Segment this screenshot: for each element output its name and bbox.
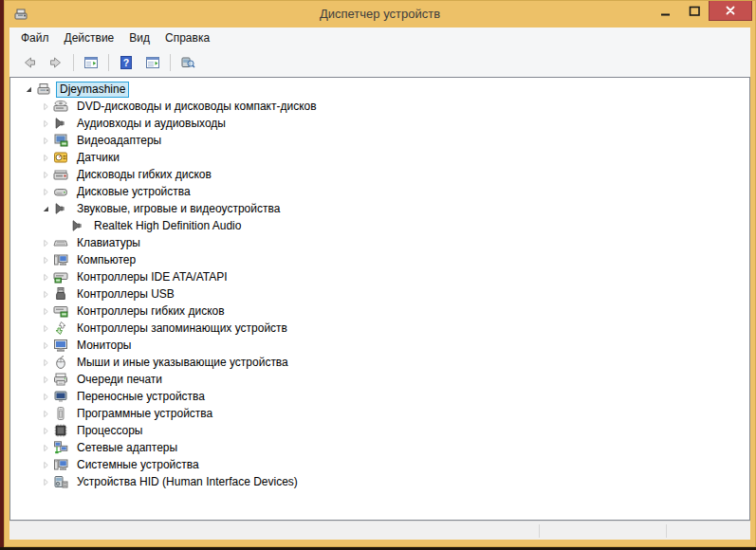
- expander-expanded-icon[interactable]: [22, 82, 35, 96]
- expander-collapsed-icon[interactable]: [39, 373, 52, 386]
- tree-item[interactable]: Контроллеры IDE ATA/ATAPI: [10, 268, 749, 285]
- expander-collapsed-icon[interactable]: [39, 390, 52, 403]
- tree-item-label: Устройства HID (Human Interface Devices): [73, 474, 302, 490]
- tree-item[interactable]: Дисководы гибких дисков: [10, 166, 749, 183]
- tree-item-label: Контроллеры запоминающих устройств: [73, 321, 291, 337]
- window-title: Диспетчер устройств: [5, 1, 755, 28]
- disk-drive-icon: [53, 184, 68, 199]
- network-adapter-icon: [53, 440, 68, 455]
- console-tree-icon: [83, 55, 99, 70]
- expander-collapsed-icon[interactable]: [39, 100, 52, 113]
- expander-collapsed-icon[interactable]: [39, 304, 52, 318]
- expander-collapsed-icon[interactable]: [39, 236, 52, 249]
- menu-item-action[interactable]: Действие: [57, 29, 122, 46]
- toolbar-separator: [108, 54, 109, 71]
- minimize-button[interactable]: [652, 1, 680, 21]
- tree-item[interactable]: Контроллеры запоминающих устройств: [10, 320, 749, 337]
- show-console-tree-button[interactable]: [79, 51, 103, 74]
- tree-item[interactable]: Realtek High Definition Audio: [10, 217, 749, 234]
- expander-collapsed-icon[interactable]: [39, 134, 52, 147]
- tree-item[interactable]: Компьютер: [10, 251, 749, 268]
- printer-icon: [53, 372, 68, 387]
- tree-item[interactable]: Дисковые устройства: [10, 183, 749, 200]
- tree-item[interactable]: Контроллеры USB: [10, 285, 749, 302]
- tree-item[interactable]: Устройства HID (Human Interface Devices): [10, 473, 749, 490]
- tree-item[interactable]: Мониторы: [10, 337, 749, 354]
- svg-text:?: ?: [123, 56, 129, 67]
- speaker-icon: [70, 218, 85, 233]
- monitor-icon: [53, 338, 68, 353]
- properties-icon: [145, 55, 160, 70]
- expander-collapsed-icon[interactable]: [39, 151, 52, 164]
- toolbar: ?: [9, 47, 750, 77]
- titlebar[interactable]: Диспетчер устройств: [5, 1, 755, 28]
- tree-item[interactable]: Контроллеры гибких дисков: [10, 302, 749, 320]
- software-device-icon: [53, 406, 68, 421]
- tree-item[interactable]: Очереди печати: [10, 371, 749, 388]
- device-manager-root-icon: [36, 82, 51, 97]
- tree-item[interactable]: Датчики: [10, 149, 749, 166]
- expander-collapsed-icon[interactable]: [39, 168, 52, 181]
- tree-item-label: DVD-дисководы и дисководы компакт-дисков: [73, 99, 321, 115]
- video-adapter-icon: [53, 133, 68, 148]
- close-icon: [723, 3, 738, 18]
- tree-item-label: Клавиатуры: [73, 235, 144, 251]
- tree-item[interactable]: Аудиовходы и аудиовыходы: [10, 115, 749, 132]
- menu-item-view[interactable]: Вид: [121, 29, 157, 46]
- expander-collapsed-icon[interactable]: [39, 270, 52, 284]
- help-icon: ?: [119, 55, 134, 70]
- forward-button[interactable]: [44, 51, 68, 74]
- tree-item-label: Компьютер: [73, 252, 139, 268]
- menu-item-file[interactable]: Файл: [13, 29, 57, 46]
- tree-item[interactable]: Звуковые, игровые и видеоустройства: [10, 200, 749, 217]
- tree-item[interactable]: Системные устройства: [10, 456, 749, 473]
- tree-item-label: Контроллеры гибких дисков: [73, 303, 229, 320]
- expander-collapsed-icon[interactable]: [39, 287, 52, 301]
- expander-collapsed-icon[interactable]: [39, 185, 52, 198]
- expander-collapsed-icon[interactable]: [39, 424, 52, 437]
- tree-item[interactable]: DVD-дисководы и дисководы компакт-дисков: [10, 98, 749, 115]
- tree-item-label: Мыши и иные указывающие устройства: [73, 355, 292, 371]
- expander-expanded-icon[interactable]: [39, 202, 52, 215]
- tree-item-label: Djeymashine: [56, 82, 129, 98]
- expander-collapsed-icon[interactable]: [39, 339, 52, 352]
- tree-item[interactable]: Программные устройства: [10, 405, 749, 422]
- menu-item-help[interactable]: Справка: [157, 29, 217, 46]
- computer-icon: [53, 457, 68, 472]
- expander-collapsed-icon[interactable]: [39, 253, 52, 266]
- expander-collapsed-icon[interactable]: [39, 458, 52, 471]
- tree-item-label: Системные устройства: [73, 457, 203, 473]
- expander-collapsed-icon[interactable]: [39, 117, 52, 130]
- floppy-controller-icon: [53, 303, 68, 319]
- expander-collapsed-icon[interactable]: [39, 356, 52, 369]
- tree-item-label: Видеоадаптеры: [73, 133, 165, 149]
- maximize-button[interactable]: [680, 1, 709, 21]
- tree-item-label: Realtek High Definition Audio: [90, 218, 245, 234]
- device-tree[interactable]: DjeymashineDVD-дисководы и дисководы ком…: [9, 77, 750, 521]
- speaker-icon: [53, 116, 68, 131]
- back-button[interactable]: [17, 51, 42, 74]
- tree-item[interactable]: Видеоадаптеры: [10, 132, 749, 149]
- expander-collapsed-icon[interactable]: [39, 475, 52, 488]
- scan-hardware-changes-button[interactable]: [175, 51, 200, 74]
- computer-icon: [53, 252, 68, 267]
- tree-item[interactable]: Мыши и иные указывающие устройства: [10, 354, 749, 371]
- properties-button[interactable]: [140, 51, 165, 74]
- statusbar-divider: [539, 524, 540, 538]
- tree-item[interactable]: Сетевые адаптеры: [10, 439, 749, 456]
- expander-collapsed-icon[interactable]: [39, 321, 52, 335]
- sensor-icon: [53, 150, 68, 165]
- help-button[interactable]: ?: [114, 51, 138, 74]
- tree-item-label: Переносные устройства: [73, 389, 209, 405]
- tree-item[interactable]: Клавиатуры: [10, 234, 749, 251]
- tree-item-label: Процессоры: [73, 423, 147, 439]
- expander-collapsed-icon[interactable]: [39, 441, 52, 454]
- tree-item[interactable]: Переносные устройства: [10, 388, 749, 405]
- tree-item[interactable]: Процессоры: [10, 422, 749, 439]
- processor-icon: [53, 423, 68, 438]
- tree-item-label: Мониторы: [73, 338, 135, 354]
- maximize-icon: [687, 4, 702, 19]
- tree-item-root[interactable]: Djeymashine: [10, 81, 749, 98]
- close-button[interactable]: [709, 1, 752, 21]
- expander-collapsed-icon[interactable]: [39, 407, 52, 420]
